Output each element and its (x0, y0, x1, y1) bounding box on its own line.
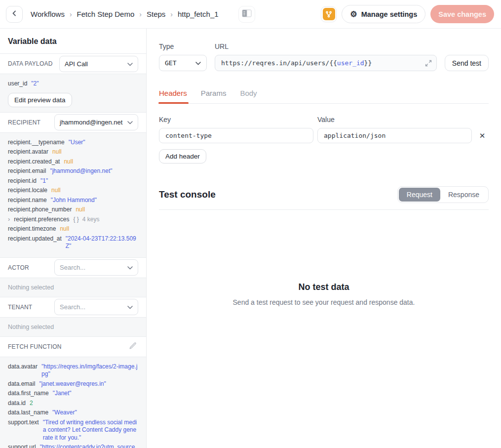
test-console-header: Test console Request Response (159, 186, 489, 210)
variable-value: null (60, 225, 138, 233)
variable-key: data.avatar (8, 363, 38, 371)
fetch-function-label: FETCH FUNCTION (8, 343, 62, 350)
variable-key: support.text (8, 419, 39, 427)
tenant-search-select[interactable]: Search... (54, 299, 138, 315)
git-branch-icon (323, 8, 335, 20)
value-label: Value (317, 116, 472, 123)
edit-fetch-function-button[interactable] (127, 340, 138, 353)
breadcrumb: Workflows › Fetch Step Demo › Steps › ht… (31, 10, 219, 18)
variable-value: "John Hammond" (51, 197, 138, 204)
recipient-row: RECIPIENT jhammond@ingen.net (0, 113, 146, 133)
variable-key: recipient.preferences (14, 216, 69, 224)
variable-row: recipient.locale null (8, 187, 138, 195)
variable-value: null (52, 148, 138, 156)
variable-key: recipient.id (8, 177, 37, 185)
variable-value: "jhammond@ingen.net" (50, 167, 138, 175)
variable-row: data.id 2 (8, 400, 138, 407)
actor-label: ACTOR (8, 264, 29, 271)
variable-value: null (64, 158, 138, 166)
actor-search-select[interactable]: Search... (54, 259, 138, 276)
top-bar: Workflows › Fetch Step Demo › Steps › ht… (0, 0, 501, 29)
payload-variables: user_id "2" Edit preview data (0, 74, 146, 113)
breadcrumb-step-name[interactable]: http_fetch_1 (178, 10, 219, 18)
variable-row: data.last_name "Weaver" (8, 409, 138, 417)
variable-key: data.last_name (8, 409, 48, 417)
recipient-variables: recipient.__typename "User" recipient.av… (0, 133, 146, 258)
toggle-response-button[interactable]: Response (440, 188, 487, 202)
edit-preview-data-button[interactable]: Edit preview data (8, 93, 72, 107)
variable-key: recipient.email (8, 167, 46, 175)
method-select[interactable]: GET (159, 55, 207, 71)
data-payload-label: DATA PAYLOAD (8, 60, 53, 67)
object-key-count: 4 keys (82, 216, 100, 223)
variable-row: support.text "Tired of writing endless s… (8, 419, 138, 442)
remove-header-button[interactable]: ✕ (476, 128, 489, 143)
send-test-button[interactable]: Send test (445, 55, 489, 71)
breadcrumb-steps[interactable]: Steps (147, 10, 165, 18)
header-row: Key content-type Value application/json … (159, 116, 489, 143)
request-response-toggle: Request Response (397, 186, 489, 203)
header-key-input[interactable]: content-type (159, 128, 313, 143)
header-actions: ⚙ Manage settings Save changes (321, 5, 494, 23)
add-header-button[interactable]: Add header (159, 149, 206, 163)
variable-row: recipient.email "jhammond@ingen.net" (8, 167, 138, 175)
variable-value: { }4 keys (73, 216, 138, 224)
breadcrumb-workflow-name[interactable]: Fetch Step Demo (77, 10, 135, 18)
variable-row: recipient.phone_number null (8, 206, 138, 214)
toggle-sidebar-button[interactable] (238, 6, 255, 23)
variable-row: recipient.__typename "User" (8, 139, 138, 147)
variable-data-sidebar: Variable data DATA PAYLOAD API Call user… (0, 29, 147, 448)
tenant-row: TENANT Search... (0, 297, 146, 318)
recipient-select[interactable]: jhammond@ingen.net (54, 114, 138, 130)
tab-body[interactable]: Body (240, 89, 257, 103)
data-payload-select[interactable]: API Call (59, 56, 138, 72)
type-label: Type (159, 42, 207, 50)
sidebar-title: Variable data (0, 29, 146, 54)
variable-row: data.avatar "https://reqres.in/img/faces… (8, 363, 138, 378)
variable-row: recipient.avatar null (8, 148, 138, 156)
variable-key: data.email (8, 380, 35, 388)
variable-key: recipient.name (8, 197, 47, 204)
empty-state-subtitle: Send a test request to see your request … (159, 298, 489, 306)
variable-value: "1" (40, 177, 138, 185)
expand-url-button[interactable] (425, 60, 432, 68)
variable-row: support.url "https://contentcaddy.io?utm… (8, 444, 138, 448)
variable-row: data.first_name "Janet" (8, 390, 138, 398)
manage-settings-button[interactable]: ⚙ Manage settings (342, 5, 425, 23)
breadcrumb-workflows[interactable]: Workflows (31, 10, 65, 18)
expand-chevron-icon[interactable]: › (8, 216, 10, 223)
gear-icon: ⚙ (350, 10, 357, 18)
variable-value: null (51, 187, 138, 195)
tab-headers[interactable]: Headers (159, 89, 187, 103)
version-badge[interactable] (321, 6, 337, 22)
tab-params[interactable]: Params (201, 89, 227, 103)
breadcrumb-separator: › (170, 10, 173, 18)
header-value-input[interactable]: application/json (317, 128, 472, 143)
variable-row: recipient.name "John Hammond" (8, 197, 138, 204)
request-editor-panel: Type GET URL https://reqres.in/api/users… (147, 29, 501, 448)
chevron-left-icon (11, 10, 18, 18)
variable-value: "janet.weaver@reqres.in" (39, 380, 138, 388)
tenant-empty-state: Nothing selected (0, 318, 146, 337)
toggle-request-button[interactable]: Request (399, 188, 440, 202)
breadcrumb-separator: › (70, 10, 72, 18)
url-input[interactable]: https://reqres.in/api/users/{{user_id}} (215, 55, 437, 71)
recipient-label: RECIPIENT (8, 119, 40, 126)
chevron-down-icon (127, 60, 133, 68)
breadcrumb-separator: › (139, 10, 142, 18)
chevron-down-icon (195, 59, 201, 67)
variable-value: "2" (31, 80, 138, 88)
chevron-down-icon (127, 264, 133, 271)
variable-row: user_id "2" (8, 80, 138, 88)
url-label: URL (215, 42, 437, 50)
actor-row: ACTOR Search... (0, 258, 146, 278)
variable-value: "2024-04-23T17:22:13.509Z" (66, 235, 138, 250)
expand-icon (425, 60, 432, 68)
tenant-label: TENANT (8, 304, 32, 311)
data-payload-row: DATA PAYLOAD API Call (0, 54, 146, 74)
save-changes-button[interactable]: Save changes (430, 5, 494, 23)
back-button[interactable] (6, 6, 23, 23)
key-label: Key (159, 116, 313, 123)
variable-value: "Weaver" (52, 409, 138, 417)
variable-row: recipient.id "1" (8, 177, 138, 185)
